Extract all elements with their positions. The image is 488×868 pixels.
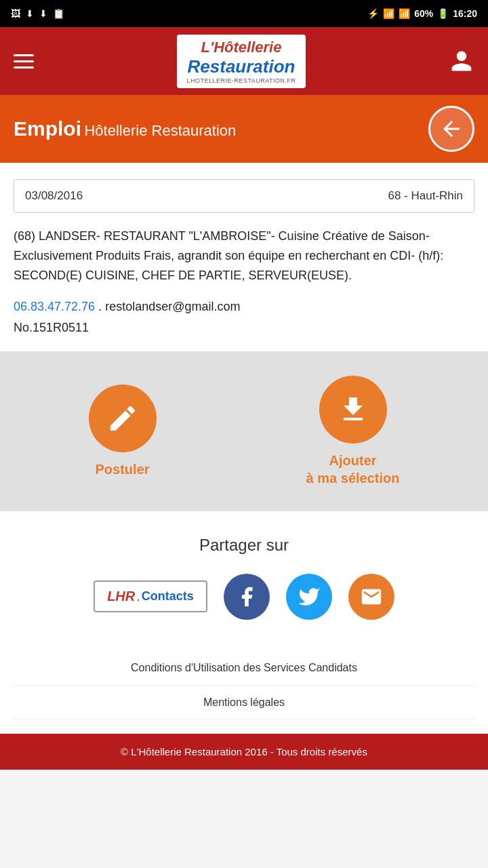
postuler-circle	[89, 384, 157, 452]
job-date: 03/08/2016	[25, 189, 83, 203]
ajouter-circle	[319, 376, 387, 443]
email-button[interactable]	[348, 574, 394, 620]
lhr-contacts-button[interactable]: LHR . Contacts	[94, 580, 207, 612]
download-icon: ⬇	[26, 8, 34, 19]
app-logo: L'Hôtellerie Restauration LHOTELLERIE-RE…	[177, 35, 305, 88]
job-meta: 03/08/2016 68 - Haut-Rhin	[14, 179, 474, 213]
postuler-action[interactable]: Postuler	[89, 384, 157, 478]
battery-icon: 🔋	[437, 8, 449, 19]
page-header: Emploi Hôtellerie Restauration	[0, 95, 488, 163]
page-title: Emploi Hôtellerie Restauration	[14, 117, 236, 140]
job-contact: 06.83.47.72.76 . restolandser@gmail.com	[14, 296, 474, 317]
job-content: 03/08/2016 68 - Haut-Rhin (68) LANDSER- …	[0, 163, 488, 351]
lhr-text: LHR	[107, 589, 135, 604]
job-region: 68 - Haut-Rhin	[388, 189, 463, 203]
download2-icon: ⬇	[39, 8, 47, 19]
bluetooth-icon: ⚡	[367, 8, 379, 19]
user-profile-icon[interactable]	[449, 48, 474, 74]
photo-icon: 🖼	[11, 8, 20, 19]
bottom-bar: © L'Hôtellerie Restauration 2016 - Tous …	[0, 734, 488, 770]
clipboard-icon: 📋	[53, 8, 64, 19]
copyright-text: © L'Hôtellerie Restauration 2016 - Tous …	[121, 746, 367, 757]
ajouter-label: Ajouter à ma sélection	[306, 452, 400, 487]
logo-restauration: Restauration	[186, 56, 296, 77]
facebook-button[interactable]	[224, 574, 270, 620]
status-right: ⚡ 📶 📶 60% 🔋 16:20	[367, 8, 477, 19]
job-description: (68) LANDSER- RESTAURANT "L'AMBROISE"- C…	[14, 226, 474, 285]
action-buttons: Postuler Ajouter à ma sélection	[0, 351, 488, 511]
status-bar: 🖼 ⬇ ⬇ 📋 ⚡ 📶 📶 60% 🔋 16:20	[0, 0, 488, 27]
mentions-link[interactable]: Mentions légales	[14, 686, 474, 720]
battery-percent: 60%	[414, 8, 433, 19]
job-email-separator: .	[98, 300, 105, 313]
ajouter-action[interactable]: Ajouter à ma sélection	[306, 376, 400, 487]
conditions-link[interactable]: Conditions d'Utilisation des Services Ca…	[14, 651, 474, 686]
job-email: restolandser@gmail.com	[105, 300, 240, 313]
logo-url: LHOTELLERIE-RESTAURATION.FR	[186, 77, 296, 84]
footer-links: Conditions d'Utilisation des Services Ca…	[0, 644, 488, 734]
wifi-icon: 📶	[383, 8, 394, 19]
share-icons: LHR . Contacts	[14, 574, 474, 620]
twitter-button[interactable]	[286, 574, 332, 620]
lhr-dot: .	[136, 589, 140, 604]
hamburger-menu[interactable]	[14, 54, 34, 68]
share-section: Partager sur LHR . Contacts	[0, 511, 488, 644]
contacts-text: Contacts	[142, 589, 194, 604]
logo-lhotellerie: L'Hôtellerie	[201, 39, 282, 56]
signal-icon: 📶	[399, 8, 410, 19]
postuler-label: Postuler	[96, 460, 150, 478]
back-button[interactable]	[428, 106, 474, 152]
app-header: L'Hôtellerie Restauration LHOTELLERIE-RE…	[0, 27, 488, 95]
share-title: Partager sur	[14, 536, 474, 555]
status-icons: 🖼 ⬇ ⬇ 📋	[11, 8, 64, 19]
clock: 16:20	[453, 8, 477, 19]
job-phone[interactable]: 06.83.47.72.76	[14, 300, 95, 313]
job-number: No.151R0511	[14, 321, 474, 335]
